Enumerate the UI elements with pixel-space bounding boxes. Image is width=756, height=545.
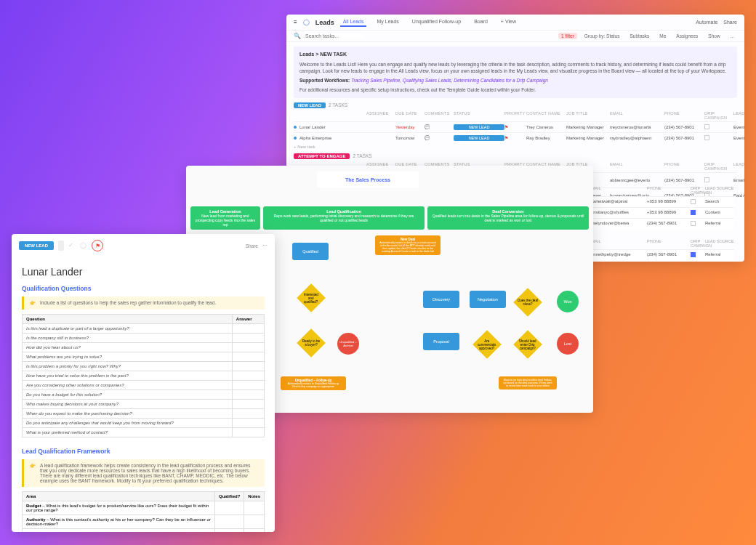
callout-questions: 👉Include a list of questions to help the… <box>22 296 265 310</box>
folder-title: Leads <box>315 19 334 26</box>
menu-icon[interactable]: ≡ <box>294 19 297 25</box>
node-discovery[interactable]: Discovery <box>423 291 459 308</box>
drip-checkbox[interactable] <box>691 221 696 226</box>
node-unq-archive[interactable]: Unqualified – Archive <box>337 333 359 355</box>
table-row[interactable]: christianyc@shuffles+353 98 88899Content <box>589 207 734 218</box>
tab-all-leads[interactable]: All Leads <box>340 17 367 27</box>
table-row[interactable]: Is this lead a duplicate or part of a la… <box>23 324 265 334</box>
bant-table: AreaQualified?Notes Budget – What is thi… <box>22 491 265 532</box>
task-count-attempt: 2 TASKS <box>353 153 371 158</box>
banner-footer: For additional resources and specific se… <box>299 86 731 94</box>
share-button[interactable]: Share <box>723 20 737 25</box>
search-icon[interactable]: 🔍 <box>294 33 301 39</box>
table-row[interactable]: Is this problem a priority for you right… <box>23 362 265 371</box>
tab-board[interactable]: Board <box>471 17 491 27</box>
status-badge-new: NEW LEAD <box>294 102 326 108</box>
table-row[interactable]: Who makes buying decisions at your compa… <box>23 400 265 409</box>
drip-checkbox[interactable] <box>691 199 696 204</box>
lead-doc-panel: NEW LEAD ✓ ◯ ⚑ Share ⋯ Lunar Lander Qual… <box>12 234 275 532</box>
flag-icon[interactable]: ⚑ <box>504 135 526 140</box>
banner-deal-conv: Deal ConversionQualified leads turn into… <box>427 206 589 230</box>
table-row[interactable]: Authority – What is this contact's autho… <box>23 515 265 529</box>
doc-title[interactable]: Lunar Lander <box>22 266 265 278</box>
filter-more[interactable]: ... <box>728 33 737 39</box>
heading-questions: Qualification Questions <box>22 285 265 292</box>
check-icon[interactable]: ✓ <box>68 242 76 249</box>
questions-table: QuestionAnswer Is this lead a duplicate … <box>22 314 265 437</box>
table-row[interactable]: Do you anticipate any challenges that wo… <box>23 419 265 428</box>
leads-topbar: ≡ ◯ Leads All Leads My Leads Unqualified… <box>286 15 744 31</box>
drip-checkbox[interactable] <box>704 135 709 140</box>
task-count-new: 2 TASKS <box>329 102 347 108</box>
table-row[interactable]: What is your preferred method of contact… <box>23 428 265 437</box>
node-lost[interactable]: Lost <box>557 333 579 355</box>
filter-assignees[interactable]: Assignees <box>673 33 701 39</box>
table-row[interactable]: katelyndover@berea(234) 567-8901Referral <box>589 218 734 229</box>
table-row[interactable]: Are you considering other solutions or c… <box>23 381 265 390</box>
doc-topbar: NEW LEAD ✓ ◯ ⚑ Share ⋯ <box>12 234 275 257</box>
node-diamond-ready[interactable]: Ready to be a buyer? <box>297 328 326 358</box>
tab-add-view[interactable]: + View <box>498 17 519 27</box>
status-group-attempt[interactable]: ATTEMPT TO ENGAGE 2 TASKS <box>294 153 737 159</box>
flag-icon[interactable]: ⚑ <box>504 124 526 129</box>
doc-next-status[interactable] <box>58 241 64 251</box>
table-row[interactable]: What problems are you trying to solve? <box>23 352 265 362</box>
node-note: Move to on from deal to either deal Foll… <box>499 376 557 389</box>
node-new-deal[interactable]: New DealAutomatically moves to deals via… <box>375 235 441 255</box>
node-qualified[interactable]: Qualified <box>292 243 329 260</box>
filter-subtasks[interactable]: Subtasks <box>627 33 653 39</box>
doc-status-badge[interactable]: NEW LEAD <box>19 241 54 250</box>
priority-flag-icon[interactable]: ⚑ <box>92 240 103 251</box>
flow-banners: Lead GenerationNew lead from marketing a… <box>190 206 589 230</box>
table-row[interactable]: Alpha Enterprise Tomorrow💬 NEW LEAD ⚑ Ra… <box>294 132 737 143</box>
drip-checkbox[interactable] <box>691 210 696 215</box>
filter-count[interactable]: 1 filter <box>558 33 577 39</box>
table-row[interactable]: Lunar Lander Yesterday💬 NEW LEAD ⚑ Trey … <box>294 121 737 132</box>
drip-checkbox[interactable] <box>691 252 696 257</box>
filter-me[interactable]: Me <box>656 33 669 39</box>
drip-checkbox[interactable] <box>704 177 709 182</box>
banner-body: Welcome to the Leads List! Here you can … <box>299 61 731 76</box>
callout-framework: 👉A lead qualification framework helps cr… <box>22 459 265 487</box>
node-diamond-close[interactable]: Does the deal close? <box>513 288 542 317</box>
table-row[interactable]: Is the company still in business? <box>23 334 265 343</box>
banner-breadcrumb: Leads > NEW TASK <box>299 51 731 59</box>
share-button[interactable]: Share <box>246 243 258 249</box>
pointing-hand-icon: 👉 <box>30 300 36 306</box>
leads-searchbar: 🔍 1 filter Group by: Status Subtasks Me … <box>286 31 744 42</box>
status-dot-icon <box>294 126 297 129</box>
filters-row: 1 filter Group by: Status Subtasks Me As… <box>558 33 737 39</box>
node-proposal[interactable]: Proposal <box>423 333 459 350</box>
table-row[interactable]: Need – How badly does this lead need my … <box>23 529 265 533</box>
assignee-icon[interactable]: ◯ <box>80 242 87 249</box>
table-row[interactable]: How did you hear about us? <box>23 343 265 352</box>
tab-unqualified[interactable]: Unqualified Follow-up <box>409 17 464 27</box>
banner-workflows: Supported Workflows: Tracking Sales Pipe… <box>299 77 731 84</box>
drip-checkbox[interactable] <box>704 124 709 129</box>
table-row[interactable]: Budget – What is this lead's budget for … <box>23 501 265 515</box>
node-diamond-commercials[interactable]: Are commercials approved? <box>472 330 502 359</box>
table-row[interactable]: How have you tried to solve this problem… <box>23 371 265 381</box>
table-row[interactable]: kennethpetty@tredge(234) 567-8901Referra… <box>589 249 734 260</box>
topbar-right: Automate Share <box>696 20 737 25</box>
node-won[interactable]: Won <box>557 291 579 312</box>
more-icon[interactable]: ⋯ <box>262 243 268 249</box>
table-row[interactable]: scarlettwall@alpinal+353 98 88899Search <box>589 196 734 207</box>
table-row[interactable]: When do you expect to make the purchasin… <box>23 409 265 419</box>
flow-title: The Sales Process <box>317 171 419 188</box>
status-group-new[interactable]: NEW LEAD 2 TASKS <box>294 102 737 108</box>
node-unq-follow[interactable]: Unqualified – Follow-upAutomatically mov… <box>281 376 346 390</box>
heading-framework: Lead Qualification Framework <box>22 448 265 455</box>
filter-groupby[interactable]: Group by: Status <box>582 33 623 39</box>
automate-button[interactable]: Automate <box>696 20 717 25</box>
table-row[interactable]: Do you have a budget for this solution? <box>23 390 265 400</box>
pointing-hand-icon: 👉 <box>30 463 36 483</box>
search-input[interactable] <box>305 33 363 39</box>
node-diamond-drip[interactable]: Should lead enter Drip campaign? <box>513 330 542 359</box>
filter-show[interactable]: Show <box>705 33 723 39</box>
back-icon[interactable]: ◯ <box>303 19 310 25</box>
add-task-link[interactable]: + New task <box>294 143 737 150</box>
node-diamond-interested[interactable]: Interested and qualified? <box>297 283 326 312</box>
tab-my-leads[interactable]: My Leads <box>374 17 401 27</box>
node-negotiation[interactable]: Negotiation <box>470 291 506 308</box>
